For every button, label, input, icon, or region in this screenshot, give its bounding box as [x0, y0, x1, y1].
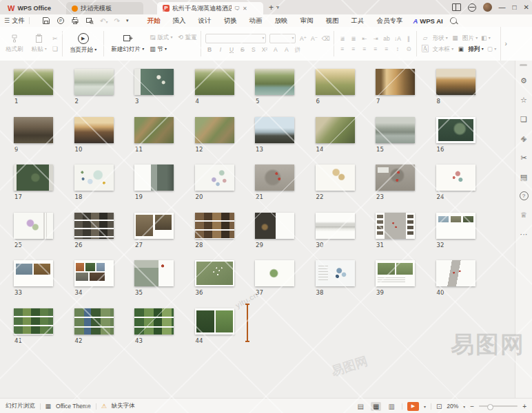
- play-options-caret-icon[interactable]: ▾: [424, 404, 426, 409]
- slide-thumbnail-18[interactable]: [74, 165, 114, 191]
- picture-button[interactable]: 图片 ▾: [462, 34, 478, 43]
- menu-tab-2[interactable]: 设计: [192, 15, 217, 27]
- menu-tab-4[interactable]: 动画: [243, 15, 268, 27]
- zoom-slider[interactable]: [479, 405, 518, 407]
- slide-thumbnail-15[interactable]: [376, 117, 415, 143]
- shadow-icon[interactable]: S: [249, 46, 257, 53]
- slide-thumbnail-41[interactable]: [14, 308, 53, 335]
- text-direction-icon[interactable]: ↓A: [393, 35, 401, 42]
- decrease-font-icon[interactable]: A⁻: [310, 35, 318, 42]
- line-spacing-icon[interactable]: ↕: [393, 45, 401, 52]
- smart-typeset-icon[interactable]: ⊙: [405, 45, 412, 52]
- pinyin-icon[interactable]: 拼: [294, 46, 301, 53]
- paste-button[interactable]: 粘贴 ▾: [29, 32, 50, 55]
- slide-thumbnail-40[interactable]: [436, 260, 475, 286]
- align-left-icon[interactable]: ≡: [338, 45, 346, 52]
- slide-thumbnail-9[interactable]: [14, 117, 53, 143]
- outline-icon[interactable]: ▢ ▾: [487, 45, 496, 52]
- resources-icon[interactable]: ◈: [519, 134, 529, 143]
- split-view-icon[interactable]: [452, 3, 461, 11]
- menu-tab-1[interactable]: 插入: [166, 15, 192, 27]
- slide-thumbnail-31[interactable]: [376, 213, 415, 239]
- decrease-indent-icon[interactable]: ⇤: [360, 35, 368, 42]
- slide-thumbnail-2[interactable]: [74, 69, 114, 95]
- menu-tab-8[interactable]: 工具: [345, 15, 370, 27]
- clear-format-icon[interactable]: ⌫: [321, 35, 329, 42]
- tab-list-caret-icon[interactable]: ▾: [276, 4, 279, 10]
- distribute-icon[interactable]: ≡: [382, 45, 390, 52]
- slide-thumbnail-24[interactable]: [436, 165, 475, 191]
- slide-thumbnail-33[interactable]: [14, 260, 53, 286]
- slide-thumbnail-5[interactable]: [255, 69, 294, 95]
- numbered-list-icon[interactable]: ≣: [349, 35, 357, 42]
- menu-tab-7[interactable]: 视图: [319, 15, 345, 27]
- menu-tab-0[interactable]: 开始: [141, 15, 166, 27]
- slide-thumbnail-32[interactable]: [436, 213, 475, 239]
- bullet-list-icon[interactable]: ≣: [338, 35, 346, 42]
- align-right-icon[interactable]: ≡: [360, 45, 368, 52]
- slide-thumbnail-38[interactable]: [316, 260, 355, 286]
- font-size-select[interactable]: [269, 34, 296, 43]
- close-tab-icon[interactable]: ✕: [243, 6, 247, 12]
- tab-active-document[interactable]: P 杭州千岛湖英迪格酒店方案文 🗨 ✕: [157, 2, 263, 14]
- slide-thumbnail-8[interactable]: [436, 69, 475, 95]
- theme-label[interactable]: Office Theme: [56, 403, 91, 410]
- slide-thumbnail-14[interactable]: [316, 117, 355, 143]
- menu-tab-6[interactable]: 审阅: [294, 15, 319, 27]
- slide-thumbnail-39[interactable]: [376, 260, 415, 286]
- toolbox-icon[interactable]: ✂: [519, 153, 529, 162]
- quick-toolbar-caret-icon[interactable]: ▾: [126, 18, 129, 23]
- redo-icon[interactable]: ↷: [114, 17, 119, 25]
- menu-tab-5[interactable]: 放映: [268, 15, 294, 27]
- search-icon[interactable]: [450, 17, 457, 24]
- menu-tab-3[interactable]: 切换: [217, 15, 243, 27]
- increase-font-icon[interactable]: A⁺: [299, 35, 307, 42]
- minimize-button[interactable]: —: [499, 4, 506, 11]
- layout-button[interactable]: ▤ 版式 ▾: [150, 34, 172, 42]
- normal-view-button[interactable]: ▤: [356, 402, 366, 411]
- font-color-icon[interactable]: A: [272, 46, 279, 53]
- slide-thumbnail-7[interactable]: [376, 69, 415, 95]
- slide-thumbnail-4[interactable]: [195, 69, 234, 95]
- slide-thumbnail-25[interactable]: [14, 213, 53, 239]
- membership-icon[interactable]: ♕: [519, 210, 529, 220]
- slide-thumbnail-42[interactable]: [74, 308, 114, 335]
- settings-icon[interactable]: ⚙: [519, 76, 529, 85]
- slide-thumbnail-3[interactable]: [134, 69, 174, 95]
- new-tab-button[interactable]: +: [269, 3, 274, 12]
- slide-thumbnail-35[interactable]: [134, 260, 174, 286]
- increase-indent-icon[interactable]: ⇥: [371, 35, 379, 42]
- export-pdf-icon[interactable]: P: [57, 17, 65, 25]
- textbox-button[interactable]: 文本框 ▾: [432, 45, 453, 54]
- shapes-button[interactable]: 形状 ▾: [432, 34, 447, 43]
- slide-thumbnail-36[interactable]: [195, 260, 234, 286]
- slide-thumbnail-43[interactable]: [134, 308, 174, 335]
- slide-thumbnail-37[interactable]: [255, 260, 294, 286]
- shapes-library-icon[interactable]: ❏: [519, 114, 529, 124]
- slide-thumbnail-26[interactable]: [74, 213, 114, 239]
- zoom-slider-thumb[interactable]: [487, 404, 493, 410]
- reading-view-button[interactable]: ▥: [386, 402, 396, 411]
- slide-thumbnail-1[interactable]: [14, 69, 53, 95]
- slide-thumbnail-11[interactable]: [134, 117, 174, 143]
- align-center-icon[interactable]: ≡: [349, 45, 357, 52]
- slide-thumbnail-19[interactable]: [134, 165, 174, 191]
- bold-icon[interactable]: B: [205, 46, 213, 53]
- justify-icon[interactable]: ≡: [371, 45, 379, 52]
- slide-thumbnail-12[interactable]: [195, 117, 234, 143]
- play-from-current-button[interactable]: ▶ 当页开始 ▾: [67, 32, 99, 56]
- slide-thumbnail-20[interactable]: [195, 165, 234, 191]
- fit-to-window-icon[interactable]: ⊡: [436, 403, 442, 410]
- italic-icon[interactable]: I: [216, 46, 224, 53]
- file-menu[interactable]: ☰ 文件: [4, 17, 25, 25]
- notes-icon[interactable]: ▤: [519, 172, 529, 182]
- new-slide-button[interactable]: 新建幻灯片 ▾: [108, 32, 147, 55]
- help-icon[interactable]: ?: [520, 191, 529, 200]
- print-preview-icon[interactable]: [85, 17, 94, 25]
- print-icon[interactable]: [71, 17, 79, 25]
- character-border-icon[interactable]: ab: [382, 35, 390, 42]
- arrange-button[interactable]: 排列 ▾: [468, 45, 483, 54]
- slide-thumbnail-13[interactable]: [255, 117, 294, 143]
- slideshow-play-button[interactable]: ▶: [407, 402, 419, 411]
- close-window-button[interactable]: ✕: [524, 4, 529, 11]
